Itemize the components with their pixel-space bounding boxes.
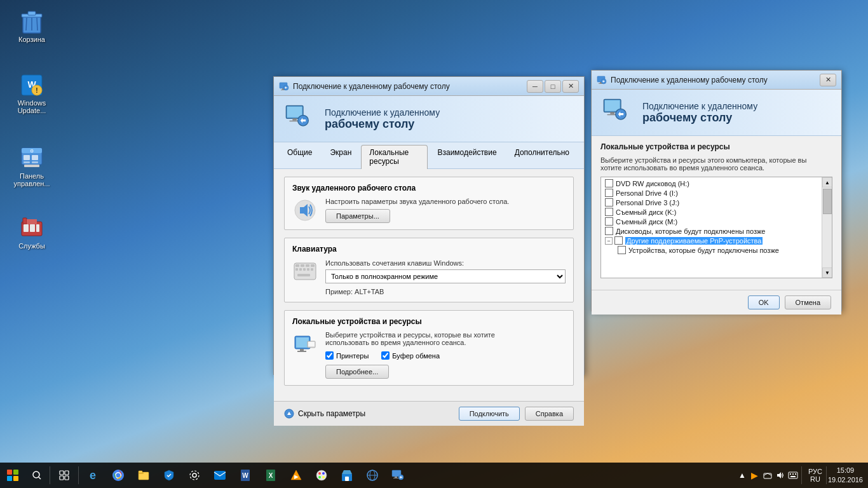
tray-volume[interactable] bbox=[775, 470, 786, 481]
dvd-checkbox[interactable] bbox=[605, 179, 613, 187]
store-icon bbox=[341, 469, 353, 482]
tray-sep-2 bbox=[826, 466, 827, 484]
svg-line-5 bbox=[37, 18, 37, 30]
recycle-bin-label: Корзина bbox=[18, 36, 45, 43]
desktop-icon-control-panel[interactable]: ⚙ Панель управлен... bbox=[6, 143, 57, 190]
device-dvd[interactable]: DVD RW дисковод (H:) bbox=[602, 179, 822, 188]
taskbar-icon-word[interactable]: W bbox=[233, 463, 258, 487]
overlay-cancel-button[interactable]: Отмена bbox=[785, 295, 831, 309]
taskbar-icon-paint[interactable] bbox=[309, 463, 334, 487]
local-title: Локальные устройства и ресурсы bbox=[292, 317, 566, 326]
tray-vlc[interactable]: ▶ bbox=[749, 470, 761, 481]
scrollbar-down[interactable]: ▼ bbox=[822, 268, 832, 278]
printers-checkbox[interactable] bbox=[325, 351, 334, 360]
taskbar-icon-excel[interactable]: X bbox=[258, 463, 283, 487]
scrollbar-up[interactable]: ▲ bbox=[822, 177, 832, 187]
taskbar-language[interactable]: РУС RU bbox=[808, 468, 822, 483]
tray-keyboard[interactable] bbox=[787, 470, 799, 481]
scrollbar-thumb[interactable] bbox=[823, 189, 832, 214]
device-pd4[interactable]: Personal Drive 4 (I:) bbox=[602, 188, 822, 198]
other-pnp-checkbox[interactable] bbox=[614, 236, 623, 245]
taskbar-icon-explorer[interactable] bbox=[131, 463, 156, 487]
rdp-main-minimize[interactable]: ─ bbox=[527, 80, 543, 93]
keyboard-select[interactable]: Только в полноэкранном режиме bbox=[325, 269, 566, 283]
device-future-drives[interactable]: Дисководы, которые будут подключены позж… bbox=[602, 226, 822, 236]
sound-row: Настроить параметры звука удаленного раб… bbox=[292, 198, 566, 223]
desktop-icon-recycle-bin[interactable]: Корзина bbox=[6, 6, 57, 46]
sound-params-button[interactable]: Параметры... bbox=[325, 209, 390, 223]
svg-point-86 bbox=[322, 472, 325, 475]
tray-up-arrow[interactable]: ▲ bbox=[736, 470, 748, 481]
svg-rect-38 bbox=[306, 264, 309, 267]
taskbar-task-view[interactable] bbox=[51, 463, 77, 487]
clipboard-checkbox[interactable] bbox=[381, 351, 390, 360]
desktop-icon-windows-update[interactable]: W ! Windows Update... bbox=[6, 70, 57, 117]
tab-general[interactable]: Общие bbox=[279, 145, 320, 168]
device-pd3[interactable]: Personal Drive 3 (J:) bbox=[602, 198, 822, 207]
rdp-main-maximize[interactable]: □ bbox=[545, 80, 561, 93]
rdp-main-title: Подключение к удаленному рабочему столу bbox=[293, 82, 527, 91]
tab-interaction[interactable]: Взаимодействие bbox=[429, 145, 505, 168]
taskbar-icon-store[interactable] bbox=[334, 463, 360, 487]
taskbar-icon-vlc[interactable]: ▶ bbox=[283, 463, 309, 487]
device-other-pnp[interactable]: − Другие поддерживаемые PnP-устройства bbox=[602, 236, 822, 245]
keyboard-icon bbox=[292, 259, 318, 284]
rdp-overlay-content: Локальные устройства и ресурсы Выберите … bbox=[592, 136, 841, 290]
printers-checkbox-label[interactable]: Принтеры bbox=[325, 351, 369, 360]
tab-display[interactable]: Экран bbox=[322, 145, 360, 168]
device-removable-k[interactable]: Съемный диск (K:) bbox=[602, 207, 822, 217]
desktop-icon-services[interactable]: Службы bbox=[6, 213, 57, 252]
tab-advanced[interactable]: Дополнительно bbox=[506, 145, 578, 168]
other-pnp-expand[interactable]: − bbox=[605, 237, 613, 245]
svg-point-85 bbox=[318, 472, 321, 475]
svg-rect-51 bbox=[308, 342, 315, 346]
pd3-checkbox[interactable] bbox=[605, 198, 613, 207]
hide-params-button[interactable]: Скрыть параметры bbox=[284, 409, 454, 419]
removable-k-checkbox[interactable] bbox=[605, 208, 613, 216]
start-button[interactable] bbox=[0, 463, 25, 488]
more-button[interactable]: Подробнее... bbox=[325, 365, 389, 379]
tab-local[interactable]: Локальные ресурсы bbox=[361, 145, 428, 169]
pd4-checkbox[interactable] bbox=[605, 189, 613, 197]
svg-text:X: X bbox=[269, 472, 273, 479]
future-drives-checkbox[interactable] bbox=[605, 227, 613, 235]
sound-title: Звук удаленного рабочего стола bbox=[292, 184, 566, 193]
overlay-ok-button[interactable]: OK bbox=[748, 295, 780, 309]
taskbar-icon-outlook[interactable] bbox=[207, 463, 233, 487]
tray-network[interactable] bbox=[762, 470, 773, 481]
rdp-main-close[interactable]: ✕ bbox=[562, 80, 579, 93]
device-list-scrollbar[interactable]: ▲ ▼ bbox=[822, 177, 832, 278]
device-removable-m[interactable]: Съемный диск (M:) bbox=[602, 217, 822, 226]
taskbar-icon-defender[interactable] bbox=[156, 463, 182, 487]
svg-rect-103 bbox=[795, 473, 796, 475]
removable-m-checkbox[interactable] bbox=[605, 217, 613, 226]
tray-sep bbox=[801, 466, 802, 484]
control-panel-icon: ⚙ bbox=[19, 146, 44, 171]
local-resources-section: Локальные устройства и ресурсы bbox=[284, 310, 574, 386]
taskbar-icon-chrome[interactable] bbox=[105, 463, 131, 487]
taskbar-icon-network[interactable] bbox=[360, 463, 385, 487]
rdp-overlay-close[interactable]: ✕ bbox=[820, 74, 836, 86]
svg-rect-17 bbox=[24, 165, 39, 167]
svg-text:W: W bbox=[242, 472, 248, 479]
sound-icon bbox=[292, 198, 318, 223]
svg-point-88 bbox=[322, 476, 325, 478]
taskbar-clock[interactable]: 15:09 19.02.2016 bbox=[828, 466, 863, 485]
taskbar-icon-settings[interactable] bbox=[182, 463, 207, 487]
taskbar-icon-ie[interactable]: e bbox=[80, 463, 105, 487]
future-devices-checkbox[interactable] bbox=[618, 246, 626, 254]
help-button[interactable]: Справка bbox=[525, 407, 574, 421]
device-future-devices[interactable]: Устройства, которые будут подключены поз… bbox=[602, 245, 822, 255]
svg-text:⚙: ⚙ bbox=[30, 149, 34, 153]
connect-button[interactable]: Подключить bbox=[459, 407, 520, 421]
future-devices-label: Устройства, которые будут подключены поз… bbox=[628, 247, 779, 254]
rdp-main-content: Звук удаленного рабочего стола Настроить… bbox=[274, 169, 584, 401]
rdp-overlay-bottom: OK Отмена bbox=[592, 290, 841, 315]
taskbar-icon-rdp[interactable] bbox=[385, 463, 410, 487]
windows-logo bbox=[5, 468, 20, 483]
control-panel-label: Панель управлен... bbox=[13, 172, 50, 187]
taskbar-search[interactable] bbox=[25, 463, 48, 488]
svg-rect-2 bbox=[28, 11, 36, 15]
clipboard-checkbox-label[interactable]: Буфер обмена bbox=[381, 351, 440, 360]
excel-icon: X bbox=[264, 469, 277, 482]
